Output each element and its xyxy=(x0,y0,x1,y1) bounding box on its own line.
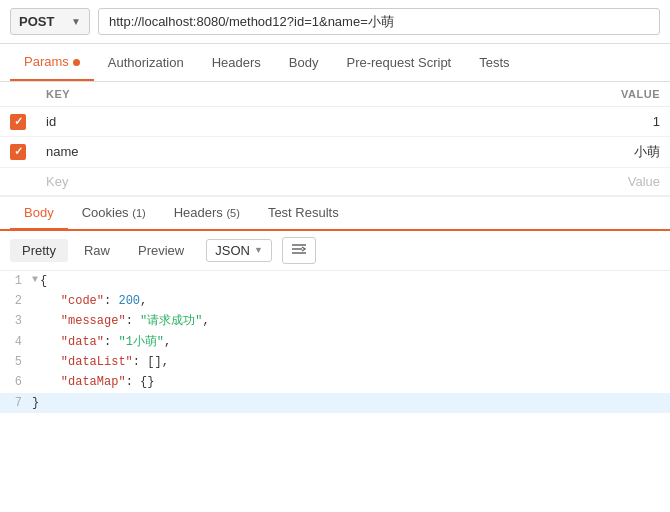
row1-checkbox[interactable]: ✓ xyxy=(10,114,26,130)
wrap-icon xyxy=(291,242,307,256)
tab-cookies[interactable]: Cookies (1) xyxy=(68,197,160,228)
preview-btn[interactable]: Preview xyxy=(126,239,196,262)
table-row: ✓ id 1 xyxy=(0,107,670,137)
line-content-1: { xyxy=(40,271,670,291)
line-num-6: 6 xyxy=(0,372,32,392)
col-key-header: KEY xyxy=(36,82,335,107)
format-label: JSON xyxy=(215,243,250,258)
tab-authorization[interactable]: Authorization xyxy=(94,45,198,80)
response-toolbar: Pretty Raw Preview JSON ▼ xyxy=(0,231,670,271)
code-line-7: 7 } xyxy=(0,393,670,413)
row2-key: name xyxy=(36,136,335,167)
line-num-1: 1 xyxy=(0,271,32,291)
code-line-5: 5 "dataList": [], xyxy=(0,352,670,372)
line-content-6: "dataMap": {} xyxy=(32,372,670,392)
line-content-3: "message": "请求成功", xyxy=(32,311,670,331)
empty-value[interactable]: Value xyxy=(335,167,670,195)
tab-response-body[interactable]: Body xyxy=(10,197,68,231)
method-select[interactable]: POST ▼ xyxy=(10,8,90,35)
code-line-1: 1 ▼ { xyxy=(0,271,670,291)
col-value-header: VALUE xyxy=(335,82,670,107)
line-content-7: } xyxy=(32,393,670,413)
tab-response-headers[interactable]: Headers (5) xyxy=(160,197,254,228)
line-num-4: 4 xyxy=(0,332,32,352)
line-num-3: 3 xyxy=(0,311,32,331)
url-input[interactable] xyxy=(98,8,660,35)
tab-tests[interactable]: Tests xyxy=(465,45,523,80)
table-row: ✓ name 小萌 xyxy=(0,136,670,167)
row1-key: id xyxy=(36,107,335,137)
row2-value: 小萌 xyxy=(335,136,670,167)
params-dot xyxy=(73,59,80,66)
code-line-2: 2 "code": 200, xyxy=(0,291,670,311)
url-bar: POST ▼ xyxy=(0,0,670,44)
format-chevron-icon: ▼ xyxy=(254,245,263,255)
format-select[interactable]: JSON ▼ xyxy=(206,239,272,262)
row1-value: 1 xyxy=(335,107,670,137)
line-content-2: "code": 200, xyxy=(32,291,670,311)
code-line-6: 6 "dataMap": {} xyxy=(0,372,670,392)
method-chevron-icon: ▼ xyxy=(71,16,81,27)
tab-body[interactable]: Body xyxy=(275,45,333,80)
tab-headers[interactable]: Headers xyxy=(198,45,275,80)
method-label: POST xyxy=(19,14,54,29)
params-section: KEY VALUE ✓ id 1 ✓ name xyxy=(0,82,670,197)
line-content-4: "data": "1小萌", xyxy=(32,332,670,352)
line-num-7: 7 xyxy=(0,393,32,413)
line-num-5: 5 xyxy=(0,352,32,372)
pretty-btn[interactable]: Pretty xyxy=(10,239,68,262)
line-num-2: 2 xyxy=(0,291,32,311)
params-table: KEY VALUE ✓ id 1 ✓ name xyxy=(0,82,670,196)
code-line-3: 3 "message": "请求成功", xyxy=(0,311,670,331)
top-tabs: Params Authorization Headers Body Pre-re… xyxy=(0,44,670,82)
empty-key[interactable]: Key xyxy=(36,167,335,195)
row2-checkbox[interactable]: ✓ xyxy=(10,144,26,160)
bottom-tabs: Body Cookies (1) Headers (5) Test Result… xyxy=(0,197,670,231)
code-area: 1 ▼ { 2 "code": 200, 3 "message": "请求成功"… xyxy=(0,271,670,414)
col-checkbox xyxy=(0,82,36,107)
empty-checkbox-cell xyxy=(0,167,36,195)
table-row-empty: Key Value xyxy=(0,167,670,195)
row1-checkbox-cell[interactable]: ✓ xyxy=(0,107,36,137)
code-line-4: 4 "data": "1小萌", xyxy=(0,332,670,352)
raw-btn[interactable]: Raw xyxy=(72,239,122,262)
row2-checkbox-cell[interactable]: ✓ xyxy=(0,136,36,167)
fold-icon-1[interactable]: ▼ xyxy=(32,271,38,288)
line-content-5: "dataList": [], xyxy=(32,352,670,372)
tab-test-results[interactable]: Test Results xyxy=(254,197,353,228)
tab-pre-request[interactable]: Pre-request Script xyxy=(332,45,465,80)
wrap-btn[interactable] xyxy=(282,237,316,264)
tab-params[interactable]: Params xyxy=(10,44,94,81)
